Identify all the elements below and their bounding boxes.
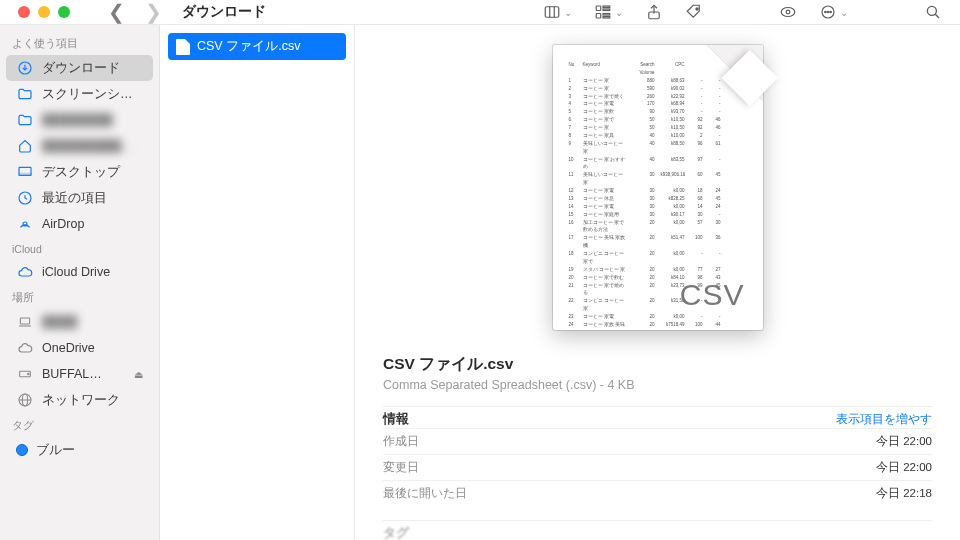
eject-icon[interactable]: ⏏ — [134, 369, 143, 380]
svg-rect-8 — [603, 17, 610, 19]
svg-rect-3 — [596, 6, 601, 11]
titlebar: ❮ ❯ ダウンロード ⌄ ⌄ ⌄ — [0, 0, 960, 25]
meta-key: 最後に開いた日 — [383, 486, 467, 501]
meta-value: 今日 22:18 — [876, 486, 932, 501]
laptop-icon — [16, 313, 34, 331]
preview-subtitle: Comma Separated Spreadsheet (.csv) - 4 K… — [383, 378, 932, 392]
show-more-link[interactable]: 表示項目を増やす — [836, 412, 932, 427]
svg-point-10 — [696, 8, 698, 10]
meta-row-1: 変更日今日 22:00 — [383, 454, 932, 480]
svg-point-14 — [825, 11, 827, 13]
sidebar-item-label: █████████████ — [42, 139, 143, 153]
sidebar-item-label: OneDrive — [42, 341, 143, 355]
sidebar-group-locations: 場所 — [0, 285, 159, 309]
svg-rect-0 — [545, 7, 559, 18]
folder-icon — [16, 111, 34, 129]
sidebar-loc-0[interactable]: ████ — [6, 309, 153, 335]
sidebar-fav-4[interactable]: デスクトップ — [6, 159, 153, 185]
close-window[interactable] — [18, 6, 30, 18]
svg-rect-6 — [596, 14, 601, 19]
sidebar: よく使う項目 ダウンロードスクリーンシ…████████████████████… — [0, 25, 160, 540]
sidebar-item-label: BUFFAL… — [42, 367, 126, 381]
sidebar-icloud-0[interactable]: iCloud Drive — [6, 259, 153, 285]
sidebar-item-label: デスクトップ — [42, 164, 143, 181]
sidebar-item-label: AirDrop — [42, 217, 143, 231]
file-list: CSV ファイル.csv — [160, 25, 355, 540]
share-icon[interactable] — [645, 3, 663, 21]
preview-filename: CSV ファイル.csv — [383, 354, 932, 375]
sidebar-item-label: スクリーンシ… — [42, 86, 143, 103]
sidebar-tag-0[interactable]: ブルー — [6, 437, 153, 463]
airdrop-icon — [16, 215, 34, 233]
svg-point-26 — [28, 373, 29, 374]
svg-point-11 — [781, 8, 795, 17]
globe-icon — [16, 391, 34, 409]
forward-button[interactable]: ❯ — [139, 0, 168, 24]
sidebar-item-label: ダウンロード — [42, 60, 143, 77]
sidebar-fav-2[interactable]: ████████ — [6, 107, 153, 133]
tags-section-label: タグ — [383, 525, 409, 540]
sidebar-item-label: ████████ — [42, 113, 143, 127]
meta-row-0: 作成日今日 22:00 — [383, 428, 932, 454]
svg-rect-7 — [603, 14, 610, 16]
sidebar-item-label: iCloud Drive — [42, 265, 143, 279]
svg-rect-21 — [19, 173, 31, 175]
sidebar-fav-5[interactable]: 最近の項目 — [6, 185, 153, 211]
info-section-label: 情報 — [383, 411, 409, 428]
meta-row-2: 最後に開いた日今日 22:18 — [383, 480, 932, 506]
tags-icon[interactable] — [685, 3, 703, 21]
meta-key: 変更日 — [383, 460, 419, 475]
svg-rect-4 — [603, 6, 610, 8]
svg-rect-5 — [603, 9, 610, 11]
cloud-icon — [16, 263, 34, 281]
preview-thumbnail[interactable]: NoKeywordSearch VolumeCPC1コーヒー 家880k88,6… — [553, 45, 763, 330]
sidebar-group-icloud: iCloud — [0, 237, 159, 259]
sidebar-item-label: ネットワーク — [42, 392, 143, 409]
sidebar-item-label: 最近の項目 — [42, 190, 143, 207]
tag-dot-icon — [16, 444, 28, 456]
file-icon — [176, 39, 190, 55]
back-button[interactable]: ❮ — [102, 0, 131, 24]
preview-pane: NoKeywordSearch VolumeCPC1コーヒー 家880k88,6… — [355, 25, 960, 540]
sidebar-fav-1[interactable]: スクリーンシ… — [6, 81, 153, 107]
zoom-window[interactable] — [58, 6, 70, 18]
sidebar-fav-0[interactable]: ダウンロード — [6, 55, 153, 81]
minimize-window[interactable] — [38, 6, 50, 18]
file-item-label: CSV ファイル.csv — [197, 38, 300, 55]
clock-icon — [16, 189, 34, 207]
file-item-selected[interactable]: CSV ファイル.csv — [168, 33, 346, 60]
window-controls — [18, 6, 70, 18]
home-icon — [16, 137, 34, 155]
sidebar-fav-3[interactable]: █████████████ — [6, 133, 153, 159]
csv-badge: CSV — [680, 278, 745, 312]
group-icon[interactable]: ⌄ — [594, 3, 623, 21]
view-columns-icon[interactable]: ⌄ — [543, 3, 572, 21]
search-icon[interactable] — [924, 3, 942, 21]
meta-value: 今日 22:00 — [876, 460, 932, 475]
action-menu-icon[interactable]: ⌄ — [819, 3, 848, 21]
svg-point-16 — [830, 11, 832, 13]
sidebar-item-label: ブルー — [36, 442, 143, 459]
download-icon — [16, 59, 34, 77]
quicklook-icon[interactable] — [779, 3, 797, 21]
svg-rect-24 — [20, 318, 29, 324]
window-title: ダウンロード — [182, 3, 535, 21]
sidebar-group-favorites: よく使う項目 — [0, 31, 159, 55]
sidebar-loc-2[interactable]: BUFFAL…⏏ — [6, 361, 153, 387]
svg-point-17 — [927, 6, 936, 15]
disk-icon — [16, 365, 34, 383]
sidebar-group-tags: タグ — [0, 413, 159, 437]
svg-point-15 — [827, 11, 829, 13]
meta-key: 作成日 — [383, 434, 419, 449]
desktop-icon — [16, 163, 34, 181]
svg-point-12 — [786, 10, 790, 14]
meta-value: 今日 22:00 — [876, 434, 932, 449]
sidebar-loc-3[interactable]: ネットワーク — [6, 387, 153, 413]
svg-line-18 — [935, 14, 939, 18]
cloud-icon — [16, 339, 34, 357]
sidebar-loc-1[interactable]: OneDrive — [6, 335, 153, 361]
sidebar-fav-6[interactable]: AirDrop — [6, 211, 153, 237]
folder-icon — [16, 85, 34, 103]
sidebar-item-label: ████ — [42, 315, 143, 329]
